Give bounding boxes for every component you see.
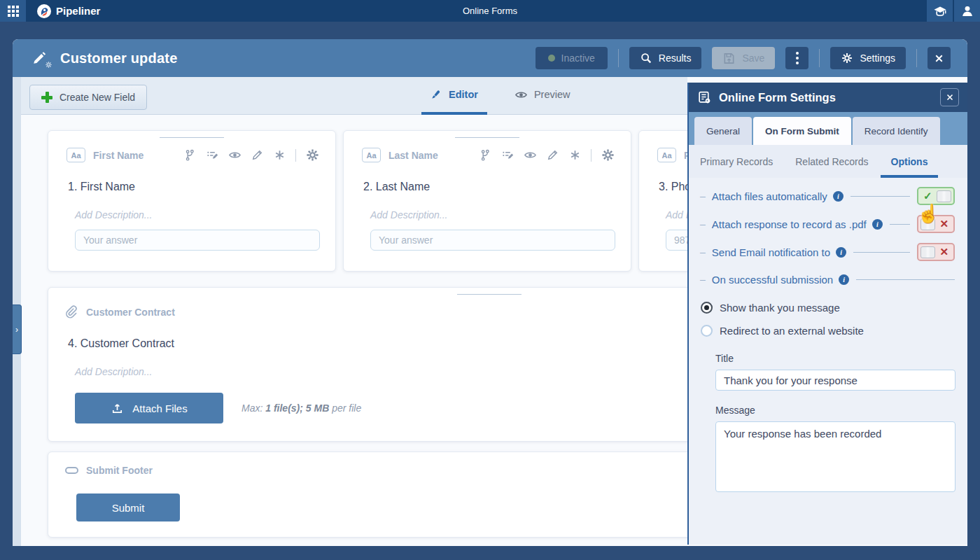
settings-panel-title: Online Form Settings — [719, 91, 836, 104]
toggle-attach-files-automatically[interactable]: ✓ — [917, 187, 955, 205]
field-description-placeholder[interactable]: Add Description... — [75, 209, 335, 220]
field-toolbar — [479, 148, 615, 162]
thank-you-title-input[interactable] — [715, 370, 955, 391]
chevron-right-icon: › — [15, 325, 18, 335]
submit-button[interactable]: Submit — [76, 493, 180, 522]
topbar-actions — [927, 0, 980, 22]
close-icon — [945, 92, 955, 102]
save-button[interactable]: Save — [712, 47, 775, 69]
thank-you-title-group: Title — [715, 353, 955, 391]
settings-button[interactable]: Settings — [830, 47, 906, 69]
subtab-options[interactable]: Options — [891, 145, 928, 178]
brand-name: Pipeliner — [56, 5, 100, 17]
edit-icon[interactable] — [251, 148, 264, 162]
x-icon: ✕ — [939, 246, 951, 258]
leader-line — [850, 196, 910, 197]
visibility-icon[interactable] — [524, 148, 537, 162]
info-icon[interactable]: i — [833, 191, 844, 202]
info-icon[interactable]: i — [872, 219, 883, 230]
field-settings-icon[interactable] — [601, 148, 615, 162]
field-question: 2. Last Name — [363, 181, 631, 193]
header-actions: Inactive Results Save Settings — [536, 47, 951, 69]
subtab-primary-records[interactable]: Primary Records — [700, 145, 773, 178]
create-new-field-button[interactable]: Create New Field — [29, 85, 147, 110]
section-on-successful-submission: – On successful submission i — [700, 266, 955, 293]
message-field-label: Message — [715, 405, 955, 416]
tab-preview[interactable]: Preview — [505, 77, 580, 115]
status-dot-icon — [548, 55, 555, 62]
subtab-related-records[interactable]: Related Records — [795, 145, 868, 178]
toggle-knob — [937, 190, 951, 202]
online-form-settings-panel: Online Form Settings General On Form Sub… — [687, 83, 967, 545]
attach-files-button[interactable]: Attach Files — [75, 393, 223, 424]
drag-handle[interactable] — [457, 294, 522, 295]
grid-icon — [8, 6, 19, 17]
option-attach-files-automatically: – Attach files automatically i ✓ — [700, 182, 955, 210]
close-settings-button[interactable] — [940, 88, 959, 106]
paperclip-icon — [64, 304, 78, 319]
leader-line — [890, 224, 910, 225]
academy-button[interactable] — [927, 0, 953, 22]
option-send-email-notification: – Send Email notification to i ✕ — [700, 238, 955, 266]
results-button[interactable]: Results — [629, 47, 702, 69]
form-header: Customer update Inactive Results Save — [13, 39, 967, 77]
field-mapping-icon[interactable] — [479, 148, 492, 162]
check-icon: ✓ — [920, 190, 932, 202]
field-mapping-icon[interactable] — [183, 148, 197, 162]
edit-options-icon[interactable] — [206, 148, 219, 162]
radio-redirect-external[interactable]: Redirect to an external website — [701, 322, 955, 339]
user-icon — [960, 4, 974, 18]
field-label: Submit Footer — [86, 465, 153, 476]
toggle-knob — [920, 218, 935, 230]
visibility-icon[interactable] — [228, 148, 241, 162]
field-toolbar — [183, 148, 320, 162]
gear-icon — [841, 52, 853, 64]
drag-handle[interactable] — [455, 137, 519, 138]
kebab-icon — [796, 52, 799, 64]
tab-record-identify[interactable]: Record Identify — [853, 117, 940, 145]
status-label: Inactive — [561, 52, 595, 64]
required-icon[interactable] — [273, 148, 286, 162]
option-label: Attach response to record as .pdf — [712, 218, 867, 230]
answer-input[interactable] — [370, 230, 615, 251]
edit-icon[interactable] — [546, 148, 559, 162]
text-field-type-icon: Aa — [362, 148, 381, 162]
tab-on-form-submit[interactable]: On Form Submit — [753, 117, 851, 145]
more-options-button[interactable] — [785, 47, 808, 69]
radio-unselected-icon — [701, 325, 713, 337]
option-label: Send Email notification to — [712, 246, 830, 258]
close-form-button[interactable] — [927, 47, 951, 69]
status-button[interactable]: Inactive — [536, 47, 608, 69]
field-description-placeholder[interactable]: Add Description... — [370, 209, 631, 220]
form-title: Customer update — [60, 50, 177, 66]
field-question: 1. First Name — [68, 181, 335, 193]
field-label: Customer Contract — [86, 307, 175, 318]
form-editor-window: Customer update Inactive Results Save — [13, 39, 967, 546]
divider — [916, 49, 917, 67]
thank-you-message-textarea[interactable]: Your response has been recorded — [715, 421, 955, 492]
app-switcher-button[interactable] — [0, 0, 26, 22]
radio-selected-icon — [701, 302, 713, 314]
x-icon: ✕ — [939, 218, 951, 230]
topbar-title: Online Forms — [0, 6, 980, 16]
toggle-attach-response-pdf[interactable]: ✕ — [917, 215, 955, 233]
info-icon[interactable]: i — [836, 247, 846, 258]
drag-handle[interactable] — [160, 137, 224, 138]
tab-editor[interactable]: Editor — [421, 77, 487, 115]
attachment-limits-note: Max: 1 file(s); 5 MB per file — [241, 402, 361, 414]
brush-icon — [430, 89, 442, 101]
required-icon[interactable] — [568, 148, 582, 162]
edit-options-icon[interactable] — [501, 148, 514, 162]
editor-toolbar: Create New Field Editor Preview — [21, 77, 687, 115]
tab-general[interactable]: General — [694, 117, 752, 145]
toggle-knob — [920, 246, 935, 258]
profile-button[interactable] — [954, 0, 980, 22]
answer-input[interactable] — [75, 230, 320, 251]
toggle-send-email-notification[interactable]: ✕ — [917, 243, 955, 261]
field-settings-icon[interactable] — [305, 148, 320, 162]
info-icon[interactable]: i — [839, 274, 849, 285]
graduation-cap-icon — [933, 4, 947, 18]
expand-sidebar-handle[interactable]: › — [13, 304, 22, 354]
divider — [618, 49, 619, 67]
radio-show-thank-you[interactable]: Show thank you message — [701, 299, 955, 316]
